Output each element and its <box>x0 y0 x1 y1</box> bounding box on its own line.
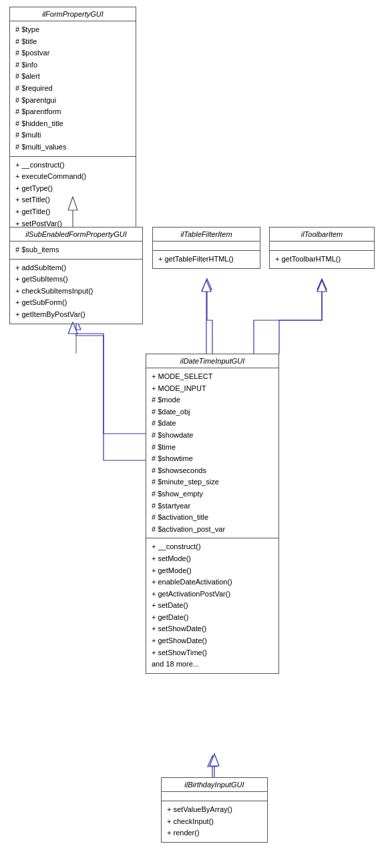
ilDateTime-methods-section: + __construct() + setMode() + getMode() … <box>146 538 278 673</box>
svg-marker-14 <box>210 754 219 766</box>
ilToolbar-attrs-section <box>270 242 374 251</box>
ilBirthday-methods-section: + setValueByArray() + checkInput() + ren… <box>162 801 267 842</box>
ilSubEnabled-methods-section: + addSubItem() + getSubItems() + checkSu… <box>10 260 142 324</box>
ilToolbar-methods-section: + getToolbarHTML() <box>270 251 374 268</box>
ilDateTimeInputGUI-title: ilDateTimeInputGUI <box>146 354 278 368</box>
ilTableFilterItem-title: ilTableFilterItem <box>153 228 260 242</box>
ilTableFilter-attrs-section <box>153 242 260 251</box>
svg-marker-7 <box>208 756 217 767</box>
diagram-container: ilFormPropertyGUI # $type # $title # $po… <box>0 0 390 868</box>
ilSubEnabled-attrs-section: # $sub_items <box>10 242 142 260</box>
ilBirthdayInputGUI-title: ilBirthdayInputGUI <box>162 778 267 792</box>
ilSubEnabledFormPropertyGUI-title: ilSubEnabledFormPropertyGUI <box>10 228 142 242</box>
svg-marker-5 <box>317 279 327 290</box>
svg-marker-4 <box>202 279 212 290</box>
ilFormPropertyGUI-attrs-section: # $type # $title # $postvar # $info # $a… <box>10 21 136 157</box>
ilTableFilter-methods-section: + getTableFilterHTML() <box>153 251 260 268</box>
svg-marker-11 <box>202 280 211 292</box>
box-ilTableFilterItem: ilTableFilterItem + getTableFilterHTML() <box>152 227 260 269</box>
svg-marker-12 <box>317 280 327 292</box>
box-ilToolbarItem: ilToolbarItem + getToolbarHTML() <box>269 227 375 269</box>
ilToolbarItem-title: ilToolbarItem <box>270 228 374 242</box>
box-ilSubEnabledFormPropertyGUI: ilSubEnabledFormPropertyGUI # $sub_items… <box>9 227 143 324</box>
box-ilDateTimeInputGUI: ilDateTimeInputGUI + MODE_SELECT + MODE_… <box>146 354 279 674</box>
ilDateTime-attrs-section: + MODE_SELECT + MODE_INPUT # $mode # $da… <box>146 368 278 538</box>
ilBirthday-attrs-section <box>162 792 267 801</box>
ilFormPropertyGUI-title: ilFormPropertyGUI <box>10 7 136 21</box>
box-ilBirthdayInputGUI: ilBirthdayInputGUI + setValueByArray() +… <box>161 777 268 843</box>
